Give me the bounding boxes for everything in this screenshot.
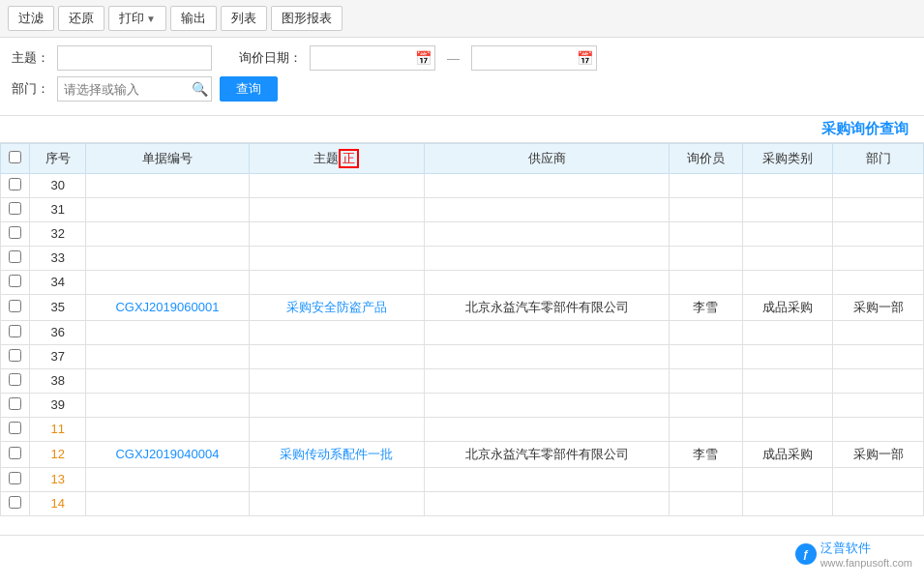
cell-dept: [833, 417, 924, 441]
restore-button[interactable]: 还原: [58, 6, 104, 31]
row-checkbox[interactable]: [9, 496, 21, 509]
page-title: 采购询价查询: [821, 120, 909, 138]
row-checkbox-cell: [1, 441, 30, 467]
cell-supplier: [425, 368, 669, 393]
subject-link[interactable]: 采购安全防盗产品: [286, 300, 387, 314]
table-row: 30: [1, 173, 924, 197]
cell-doc-no: [86, 344, 249, 368]
cell-inquirer: [669, 173, 742, 197]
subject-cursor-indicator: 正: [339, 149, 359, 168]
table-row: 37: [1, 344, 924, 368]
cell-supplier: [425, 197, 669, 221]
cell-supplier: [425, 393, 669, 417]
cell-dept: [833, 467, 924, 491]
cell-subject: [249, 344, 425, 368]
row-checkbox[interactable]: [9, 250, 21, 263]
cell-supplier: [425, 173, 669, 197]
table-button[interactable]: 列表: [221, 6, 267, 31]
date-start-input[interactable]: [310, 45, 435, 71]
logo-brand: ƒ 泛普软件 www.fanpusoft.com: [795, 540, 912, 569]
dept-input[interactable]: [57, 76, 212, 102]
cell-subject: [249, 417, 425, 441]
cell-doc-no: [86, 393, 249, 417]
row-checkbox-cell: [1, 270, 30, 294]
table-row: 33: [1, 246, 924, 270]
page-title-row: 采购询价查询: [0, 116, 924, 143]
cell-supplier: [425, 467, 669, 491]
query-button[interactable]: 查询: [220, 76, 278, 102]
dept-search-icon[interactable]: 🔍: [192, 81, 208, 97]
cell-inquirer: 李雪: [669, 294, 742, 320]
cell-supplier: [425, 491, 669, 515]
row-checkbox-cell: [1, 417, 30, 441]
cell-seq: 12: [30, 441, 86, 467]
filter-row-1: 主题： 询价日期： 📅 — 📅: [12, 45, 912, 71]
row-checkbox[interactable]: [9, 447, 21, 459]
chart-button[interactable]: 图形报表: [271, 6, 343, 31]
subject-link[interactable]: 采购传动系配件一批: [280, 447, 393, 461]
row-checkbox[interactable]: [9, 422, 21, 434]
cell-inquirer: [669, 393, 742, 417]
cell-subject: [249, 173, 425, 197]
row-checkbox[interactable]: [9, 325, 21, 337]
subject-input[interactable]: [57, 45, 212, 71]
row-checkbox[interactable]: [9, 226, 21, 239]
row-checkbox[interactable]: [9, 472, 21, 484]
data-table: 序号 单据编号 主题正 供应商 询价员 采购类别 部门 30: [0, 143, 924, 516]
cell-subject: [249, 491, 425, 515]
row-checkbox-cell: [1, 320, 30, 344]
cell-dept: [833, 491, 924, 515]
cell-inquirer: [669, 221, 742, 246]
cell-supplier: [425, 344, 669, 368]
select-all-checkbox[interactable]: [9, 151, 21, 163]
doc-no-link[interactable]: CGXJ2019040004: [115, 447, 219, 461]
cell-seq: 14: [30, 491, 86, 515]
cell-inquirer: [669, 467, 742, 491]
cell-dept: [833, 344, 924, 368]
print-label: 打印: [119, 10, 144, 27]
cell-supplier: [425, 246, 669, 270]
header-checkbox-cell: [1, 144, 30, 174]
row-checkbox-cell: [1, 344, 30, 368]
cell-category: [742, 197, 833, 221]
export-button[interactable]: 输出: [170, 6, 217, 31]
cell-dept: [833, 246, 924, 270]
row-checkbox[interactable]: [9, 275, 21, 287]
print-button[interactable]: 打印 ▼: [108, 6, 166, 31]
cell-category: [742, 270, 833, 294]
cell-seq: 34: [30, 270, 86, 294]
row-checkbox[interactable]: [9, 202, 21, 215]
cell-seq: 31: [30, 197, 86, 221]
table-header: 序号 单据编号 主题正 供应商 询价员 采购类别 部门: [1, 144, 924, 174]
cell-inquirer: [669, 344, 742, 368]
footer: ƒ 泛普软件 www.fanpusoft.com: [0, 535, 924, 572]
cell-category: [742, 393, 833, 417]
table-body: 30 31 32: [1, 173, 924, 515]
date-end-wrapper: 📅: [471, 45, 597, 71]
cell-subject: [249, 368, 425, 393]
table-row: 35 CGXJ2019060001 采购安全防盗产品 北京永益汽车零部件有限公司…: [1, 294, 924, 320]
row-checkbox[interactable]: [9, 373, 21, 386]
row-checkbox[interactable]: [9, 349, 21, 362]
cell-dept: 采购一部: [833, 294, 924, 320]
table-row: 11: [1, 417, 924, 441]
cell-category: [742, 173, 833, 197]
cell-inquirer: [669, 368, 742, 393]
cell-subject: [249, 246, 425, 270]
doc-no-link[interactable]: CGXJ2019060001: [115, 300, 219, 314]
cell-inquirer: [669, 270, 742, 294]
table-row: 31: [1, 197, 924, 221]
filter-button[interactable]: 过滤: [8, 6, 54, 31]
row-checkbox[interactable]: [9, 300, 21, 312]
cell-inquirer: [669, 320, 742, 344]
logo-url: www.fanpusoft.com: [820, 557, 912, 569]
row-checkbox[interactable]: [9, 397, 21, 410]
date-end-input[interactable]: [471, 45, 597, 71]
cell-doc-no: [86, 197, 249, 221]
cell-category: [742, 417, 833, 441]
date-separator: —: [447, 51, 460, 66]
cell-doc-no: [86, 368, 249, 393]
cell-dept: [833, 270, 924, 294]
row-checkbox[interactable]: [9, 178, 21, 190]
cell-doc-no: CGXJ2019060001: [86, 294, 249, 320]
